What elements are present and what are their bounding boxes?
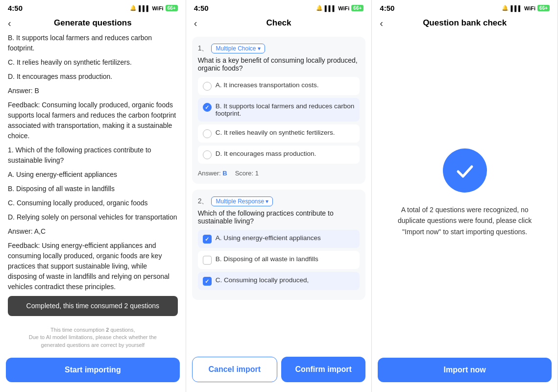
back-button-1[interactable]: ‹ (8, 18, 11, 29)
option-label-1a: A. It increases transportation costs. (216, 81, 319, 89)
panel-check: 4:50 🔔 ▌▌▌ WiFi 66+ ‹ Check 1、 Multiple … (186, 0, 372, 392)
option-1a[interactable]: A. It increases transportation costs. (198, 77, 360, 95)
status-bar-2: 4:50 🔔 ▌▌▌ WiFi 66+ (186, 0, 372, 14)
back-button-3[interactable]: ‹ (380, 18, 383, 29)
content-line-2: D. It encourages mass production. (8, 72, 178, 82)
status-icons-2: 🔔 ▌▌▌ WiFi 66+ (316, 5, 364, 11)
battery-badge-2: 66+ (351, 5, 364, 11)
option-label-2c: C. Consuming locally produced, (216, 276, 309, 284)
time-3: 4:50 (380, 4, 394, 12)
option-1d[interactable]: D. It encourages mass production. (198, 146, 360, 164)
bell-icon: 🔔 (130, 5, 137, 11)
status-icons-3: 🔔 ▌▌▌ WiFi 66+ (502, 5, 549, 11)
content-line-0: B. It supports local farmers and reduces… (8, 33, 178, 53)
checkbox-2a[interactable] (203, 235, 212, 244)
panel-question-bank-check: 4:50 🔔 ▌▌▌ WiFi 66+ ‹ Question bank chec… (372, 0, 558, 392)
content-area-1: B. It supports local farmers and reduces… (0, 33, 186, 322)
option-label-2a: A. Using energy-efficient appliances (216, 234, 321, 242)
radio-1b[interactable] (203, 103, 212, 112)
question-text-1: What is a key benefit of consuming local… (198, 56, 360, 72)
content-line-4: Feedback: Consuming locally produced, or… (8, 100, 178, 141)
wifi-icon: WiFi (152, 5, 164, 11)
option-label-2b: B. Disposing of all waste in landfills (216, 255, 318, 263)
import-now-button[interactable]: Import now (378, 358, 552, 382)
content-line-1: C. It relies heavily on synthetic fertil… (8, 57, 178, 68)
success-icon-circle (443, 148, 487, 193)
radio-1a[interactable] (203, 82, 212, 91)
checkbox-2c[interactable] (203, 277, 212, 286)
content-line-6: A. Using energy-efficient appliances (8, 170, 178, 180)
question-number-1: 1、 (198, 44, 209, 53)
signal-icon-3: ▌▌▌ (510, 5, 522, 11)
page-title-2: Check (266, 18, 291, 28)
questions-list: 1、 Multiple Choice ▾ What is a key benef… (186, 33, 372, 352)
content-line-5: 1. Which of the following practices cont… (8, 145, 178, 166)
success-content: A total of 2 questions were recognized, … (372, 33, 558, 353)
content-line-8: C. Consuming locally produced, organic f… (8, 198, 178, 208)
content-line-3: Answer: B (8, 86, 178, 96)
question-card-2: 2、 Multiple Response ▾ Which of the foll… (192, 190, 366, 300)
radio-1d[interactable] (203, 150, 212, 159)
bell-icon-3: 🔔 (502, 5, 509, 11)
status-bar-1: 4:50 🔔 ▌▌▌ WiFi 66+ (0, 0, 186, 14)
confirm-import-button[interactable]: Confirm import (281, 357, 365, 382)
option-label-1c: C. It relies heavily on synthetic fertil… (216, 129, 335, 136)
time-1: 4:50 (8, 4, 23, 12)
answer-score-1: Answer: B Score: 1 (198, 167, 360, 177)
status-bar-3: 4:50 🔔 ▌▌▌ WiFi 66+ (372, 0, 558, 14)
toast-notification: Completed, this time consumed 2 question… (8, 296, 178, 316)
question-type-2[interactable]: Multiple Response ▾ (211, 196, 273, 206)
bottom-actions-1: Start importing (0, 353, 186, 392)
question-type-1[interactable]: Multiple Choice ▾ (211, 44, 265, 53)
option-label-1b: B. It supports local farmers and reduces… (216, 102, 355, 117)
content-line-9: D. Relying solely on personal vehicles f… (8, 212, 178, 222)
question-text-2: Which of the following practices contrib… (198, 209, 360, 225)
bottom-actions-2: Cancel import Confirm import (186, 352, 372, 392)
option-2b[interactable]: B. Disposing of all waste in landfills (198, 251, 360, 269)
question-card-1: 1、 Multiple Choice ▾ What is a key benef… (192, 37, 366, 184)
question-header-1: 1、 Multiple Choice ▾ What is a key benef… (198, 44, 360, 72)
content-line-10: Answer: A,C (8, 226, 178, 237)
wifi-icon-2: WiFi (338, 5, 349, 11)
header-2: ‹ Check (186, 14, 372, 33)
question-header-2: 2、 Multiple Response ▾ Which of the foll… (198, 196, 360, 225)
option-1c[interactable]: C. It relies heavily on synthetic fertil… (198, 124, 360, 143)
cancel-import-button[interactable]: Cancel import (192, 357, 277, 382)
bottom-actions-3: Import now (372, 353, 558, 392)
panel-generate-questions: 4:50 🔔 ▌▌▌ WiFi 66+ ‹ Generate questions… (0, 0, 186, 392)
bell-icon-2: 🔔 (316, 5, 323, 11)
start-importing-button[interactable]: Start importing (6, 358, 180, 382)
chevron-down-icon-1: ▾ (258, 45, 261, 52)
question-number-2: 2、 (198, 197, 209, 206)
success-message: A total of 2 questions were recognized, … (396, 204, 534, 237)
content-line-11: Feedback: Using energy-efficient applian… (8, 241, 178, 292)
back-button-2[interactable]: ‹ (194, 18, 197, 29)
page-title-1: Generate questions (54, 18, 132, 28)
chevron-down-icon-2: ▾ (266, 198, 268, 205)
score-label-1: Score: 1 (235, 170, 259, 177)
content-line-7: B. Disposing of all waste in landfills (8, 184, 178, 194)
option-2a[interactable]: A. Using energy-efficient appliances (198, 230, 360, 248)
signal-icon-2: ▌▌▌ (325, 5, 336, 11)
option-2c[interactable]: C. Consuming locally produced, (198, 272, 360, 290)
footer-note: This time consumption 2 questions, Due t… (0, 322, 186, 353)
option-1b[interactable]: B. It supports local farmers and reduces… (198, 98, 360, 122)
header-3: ‹ Question bank check (372, 14, 558, 33)
time-2: 4:50 (194, 4, 209, 12)
checkmark-icon (453, 159, 477, 182)
status-icons-1: 🔔 ▌▌▌ WiFi 66+ (130, 5, 177, 11)
radio-1c[interactable] (203, 129, 212, 138)
header-1: ‹ Generate questions (0, 14, 186, 33)
answer-label-1: Answer: B (198, 170, 227, 177)
checkbox-2b[interactable] (203, 256, 212, 265)
wifi-icon-3: WiFi (524, 5, 535, 11)
battery-badge-1: 66+ (166, 5, 178, 11)
page-title-3: Question bank check (423, 18, 507, 28)
signal-icon: ▌▌▌ (139, 5, 150, 11)
option-label-1d: D. It encourages mass production. (216, 150, 316, 157)
battery-badge-3: 66+ (537, 5, 550, 11)
